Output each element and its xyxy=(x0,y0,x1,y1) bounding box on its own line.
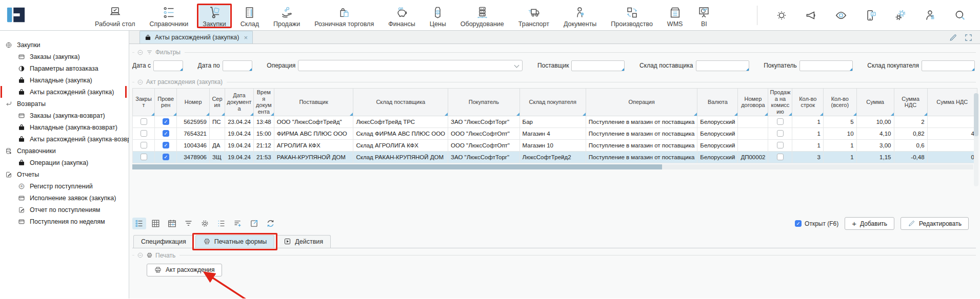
cell-currency[interactable]: Белорусский xyxy=(697,127,738,139)
cell-series[interactable] xyxy=(210,127,225,139)
tab-close-icon[interactable]: × xyxy=(244,34,248,41)
main-menu-item[interactable]: Продажи xyxy=(270,4,304,29)
sidebar-item[interactable]: Параметры автозаказа xyxy=(0,62,129,74)
column-header[interactable]: Сумма xyxy=(856,89,894,116)
scrollbar-thumb[interactable] xyxy=(132,164,662,169)
cell-operation[interactable]: Поступление в магазин от поставщика xyxy=(586,116,697,127)
row-closed-checkbox[interactable] xyxy=(141,154,147,160)
detail-tab[interactable]: Спецификация xyxy=(133,235,194,248)
main-menu-item[interactable]: Рабочий стол xyxy=(91,4,138,29)
cell-supplier_stock[interactable]: ЛюксСофтТрейд ТРС xyxy=(353,116,448,127)
column-header[interactable]: Номер договора xyxy=(738,89,768,116)
column-header[interactable]: Проверен xyxy=(155,89,177,116)
row-checked-checkbox[interactable]: ✓ xyxy=(163,142,169,148)
main-menu-item[interactable]: Финансы xyxy=(385,4,418,29)
cell-currency[interactable]: Белорусский xyxy=(697,139,738,151)
filter-icon[interactable] xyxy=(182,218,195,229)
fullscreen-icon[interactable] xyxy=(964,33,973,42)
sidebar-item[interactable]: Регистр поступлений xyxy=(0,180,129,192)
row-commission-checkbox[interactable] xyxy=(777,130,784,137)
edit-form-icon[interactable] xyxy=(949,33,957,42)
cell-customer[interactable]: ООО "ЛюксСофтОпт" xyxy=(448,139,520,151)
sidebar-item[interactable]: Заказы (закупка-возврат) xyxy=(0,110,129,121)
cell-time[interactable]: 15:00 xyxy=(253,127,274,139)
date-to-input[interactable] xyxy=(223,60,252,71)
scrollbar-thumb[interactable] xyxy=(974,93,978,136)
cell-customer[interactable]: ЗАО "ЛюксСофтТорг" xyxy=(448,116,520,127)
sidebar-item[interactable]: Справочники xyxy=(0,145,129,157)
column-header[interactable]: Покупатель xyxy=(448,89,520,116)
main-menu-item[interactable]: Оборудование xyxy=(457,4,508,29)
edit-button[interactable]: Редактировать xyxy=(901,217,969,230)
row-checked-checkbox[interactable]: ✓ xyxy=(163,154,169,160)
column-header[interactable]: Закрыт xyxy=(133,89,155,116)
cell-date[interactable]: 19.04.24 xyxy=(225,127,253,139)
column-header[interactable]: Сумма НДС xyxy=(894,89,927,116)
column-header[interactable]: Склад поставщика xyxy=(353,89,448,116)
column-header[interactable]: Время документа xyxy=(253,89,274,116)
column-header[interactable]: Операция xyxy=(586,89,697,116)
cell-supplier_stock[interactable]: Склад ФИРМА АВС ПЛЮС ООО xyxy=(353,127,448,139)
main-menu-item[interactable]: Закупки xyxy=(199,4,230,29)
main-menu-item[interactable]: Розничная торговля xyxy=(311,4,377,29)
customer-input[interactable] xyxy=(799,60,853,71)
cell-lines[interactable]: 3 xyxy=(792,151,824,163)
cell-vat_sum[interactable]: -0,48 xyxy=(894,151,927,163)
table-row[interactable]: ✓1004346ДА19.04.2421:12АГРОЛИГА КФХСклад… xyxy=(133,139,977,151)
cell-sum[interactable]: 10,00 xyxy=(856,116,894,127)
row-count-icon[interactable] xyxy=(214,218,228,229)
main-menu-item[interactable]: BI xyxy=(693,4,714,29)
column-header[interactable]: Сумма НДС xyxy=(927,89,977,116)
cell-quantity[interactable]: 1 xyxy=(824,151,857,163)
sidebar-item[interactable]: Отчеты xyxy=(0,168,129,180)
row-commission-checkbox[interactable] xyxy=(777,154,784,160)
main-menu-item[interactable]: WMS xyxy=(664,4,687,29)
detail-tab[interactable]: Действия xyxy=(276,235,331,248)
feedback-icon[interactable] xyxy=(864,9,877,22)
cell-sum[interactable]: 4,10 xyxy=(856,127,894,139)
horizontal-scrollbar[interactable] xyxy=(132,164,973,169)
cell-customer_stock[interactable]: Магазин 4 xyxy=(519,127,586,139)
cell-number[interactable]: 7654321 xyxy=(177,127,210,139)
collapse-icon[interactable] xyxy=(137,79,144,86)
cell-supplier[interactable]: РАКАН-КРУПЯНОЙ ДОМ xyxy=(274,151,353,163)
cell-customer_stock[interactable]: Бар xyxy=(519,116,586,127)
cell-supplier[interactable]: ООО "ЛюксСофтТрейд" xyxy=(274,116,353,127)
tab-discrepancy-acts[interactable]: Акты расхождений (закупка) × xyxy=(139,31,253,44)
cell-time[interactable]: 13:48 xyxy=(253,116,274,127)
cell-sum[interactable]: 1,15 xyxy=(856,151,894,163)
cell-currency[interactable]: Белорусский xyxy=(697,116,738,127)
column-header[interactable]: Валюта xyxy=(697,89,738,116)
row-commission-checkbox[interactable] xyxy=(777,142,784,148)
row-checked-checkbox[interactable]: ✓ xyxy=(163,118,169,125)
collapse-icon[interactable] xyxy=(137,252,144,259)
cell-contract[interactable] xyxy=(738,116,768,127)
column-header[interactable]: Номер xyxy=(177,89,210,116)
sidebar-item[interactable]: Акты расхождений (закупка) xyxy=(0,86,129,98)
account-icon[interactable] xyxy=(924,9,937,22)
cell-operation[interactable]: Поступление в магазин от поставщика xyxy=(586,151,697,163)
cell-contract[interactable] xyxy=(738,127,768,139)
cell-quantity[interactable]: 5 xyxy=(824,116,857,127)
row-closed-checkbox[interactable] xyxy=(141,142,147,148)
sidebar-item[interactable]: Операции (закупка) xyxy=(0,157,129,168)
main-menu-item[interactable]: Справочники xyxy=(146,4,192,29)
cell-number[interactable]: 5625959 xyxy=(177,116,210,127)
sidebar-item[interactable]: Исполнение заявок (закупка) xyxy=(0,192,129,204)
operation-select[interactable] xyxy=(298,60,523,71)
checkbox-icon[interactable]: ✓ xyxy=(795,220,802,227)
cell-vat_sum2[interactable]: 0 xyxy=(927,151,977,163)
cell-contract[interactable] xyxy=(738,139,768,151)
calendar-view-icon[interactable] xyxy=(165,218,179,229)
cell-date[interactable]: 19.04.24 xyxy=(225,139,253,151)
main-menu-item[interactable]: Документы xyxy=(560,4,600,29)
cell-customer[interactable]: ЗАО "ЛюксСофтТорг" xyxy=(448,151,520,163)
cell-lines[interactable]: 1 xyxy=(792,139,824,151)
sidebar-item[interactable]: Поступления по неделям xyxy=(0,216,129,227)
main-menu-item[interactable]: Склад xyxy=(237,4,263,29)
cell-vat_sum2[interactable] xyxy=(927,116,977,127)
add-button[interactable]: + Добавить xyxy=(845,217,894,230)
app-logo[interactable] xyxy=(6,5,26,25)
cell-vat_sum[interactable]: 2 xyxy=(894,116,927,127)
column-header[interactable]: Кол-во (всего) xyxy=(824,89,857,116)
